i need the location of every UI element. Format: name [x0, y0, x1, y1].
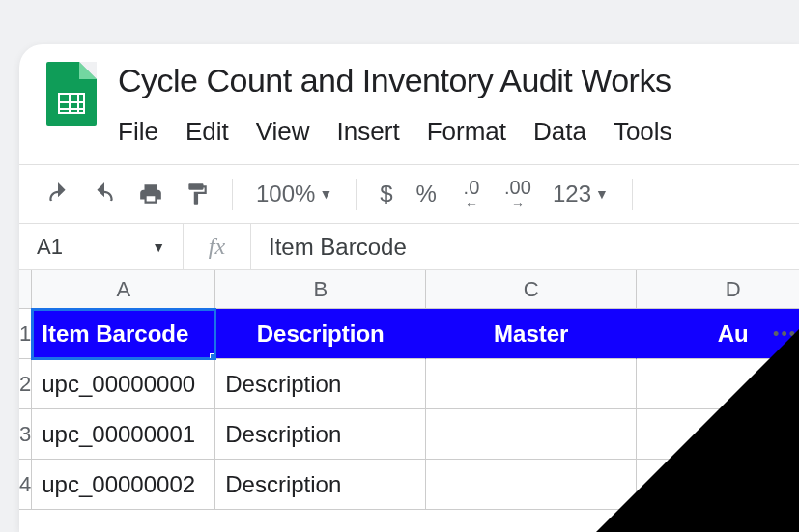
menu-view[interactable]: View	[256, 117, 310, 147]
column-header[interactable]: B	[215, 270, 426, 309]
menu-insert[interactable]: Insert	[337, 117, 400, 147]
number-format-dropdown[interactable]: 123▼	[543, 181, 618, 208]
cell[interactable]: upc_00000002	[32, 460, 215, 510]
formula-bar[interactable]: Item Barcode	[251, 234, 424, 261]
column-header[interactable]: D	[637, 270, 799, 309]
increase-decimal-button[interactable]: .00 →	[497, 175, 539, 213]
cell[interactable]: upc_00000001	[32, 409, 215, 460]
print-button[interactable]	[129, 175, 172, 213]
cell[interactable]: Description	[215, 409, 426, 460]
sheets-app-icon[interactable]	[46, 62, 97, 126]
row-header[interactable]: 3	[19, 409, 32, 460]
column-header[interactable]: A	[32, 270, 215, 309]
cell[interactable]: upc_00000000	[32, 359, 215, 409]
column-header[interactable]: C	[426, 270, 637, 309]
cell[interactable]: Description	[215, 359, 426, 409]
formula-bar-row: A1 ▼ fx Item Barcode	[19, 224, 799, 270]
menu-edit[interactable]: Edit	[185, 117, 229, 147]
corner-decoration	[596, 329, 799, 532]
menu-tools[interactable]: Tools	[614, 117, 672, 147]
menu-file[interactable]: File	[118, 117, 158, 147]
percent-format-button[interactable]: %	[407, 181, 446, 208]
selection-handle[interactable]	[210, 353, 215, 359]
chevron-down-icon: ▼	[152, 239, 165, 255]
cell-b1[interactable]: Description	[215, 309, 426, 359]
zoom-dropdown[interactable]: 100%▼	[246, 181, 342, 208]
document-title[interactable]: Cycle Count and Inventory Audit Works	[118, 62, 672, 99]
currency-format-button[interactable]: $	[370, 181, 402, 208]
name-box[interactable]: A1 ▼	[19, 224, 184, 269]
menu-format[interactable]: Format	[427, 117, 506, 147]
redo-button[interactable]	[83, 175, 126, 213]
row-header[interactable]: 1	[19, 309, 32, 359]
cell-a1[interactable]: Item Barcode	[32, 309, 215, 359]
decrease-decimal-button[interactable]: .0 ←	[450, 175, 493, 213]
undo-button[interactable]	[37, 175, 79, 213]
toolbar: 100%▼ $ % .0 ← .00 → 123▼	[19, 164, 799, 224]
cell[interactable]: Description	[215, 460, 426, 510]
menubar: File Edit View Insert Format Data Tools	[118, 117, 672, 147]
menu-data[interactable]: Data	[533, 117, 586, 147]
header: Cycle Count and Inventory Audit Works Fi…	[19, 44, 799, 147]
fx-icon: fx	[184, 224, 251, 269]
row-header[interactable]: 2	[19, 359, 32, 409]
row-header[interactable]: 4	[19, 460, 32, 510]
select-all-corner[interactable]	[19, 270, 32, 309]
paint-format-button[interactable]	[176, 175, 218, 213]
